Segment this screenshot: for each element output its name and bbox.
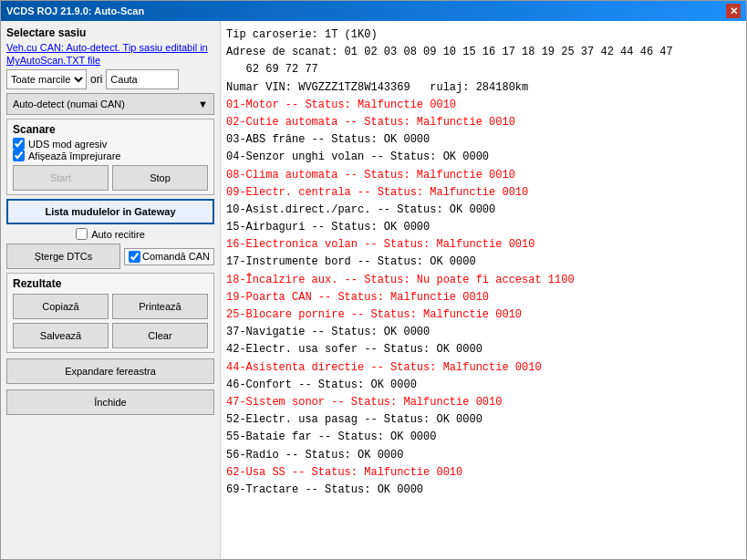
- output-line: 16-Electronica volan -- Status: Malfunct…: [226, 236, 741, 254]
- afiseaza-label: Afișează împrejurare: [28, 150, 121, 161]
- expandare-button[interactable]: Expandare fereastra: [6, 358, 214, 384]
- sterge-row: Șterge DTCs Comandă CAN: [6, 244, 214, 269]
- output-line: 01-Motor -- Status: Malfunctie 0010: [226, 97, 741, 114]
- output-line: 44-Asistenta directie -- Status: Malfunc…: [226, 359, 741, 377]
- comanda-can-label: Comandă CAN: [142, 251, 210, 262]
- output-line: 55-Bataie far -- Status: OK 0000: [226, 429, 741, 446]
- auto-detect-label: Auto-detect (numai CAN): [13, 99, 125, 109]
- output-line: Numar VIN: WVGZZZ1TZ8W143369 rulaj: 2841…: [226, 79, 741, 97]
- ori-label: ori: [90, 73, 102, 86]
- afiseaza-row: Afișează împrejurare: [13, 150, 208, 161]
- output-line: 56-Radio -- Status: OK 0000: [226, 447, 741, 464]
- output-line: Tip caroserie: 1T (1K0): [226, 26, 741, 44]
- uds-label: UDS mod agresiv: [28, 139, 107, 150]
- afiseaza-checkbox[interactable]: [13, 150, 25, 161]
- printeaza-button[interactable]: Printează: [112, 294, 208, 319]
- content-area: Selectare sasiu Veh.cu CAN: Auto-detect.…: [1, 21, 746, 559]
- output-line: 17-Instrumente bord -- Status: OK 0000: [226, 254, 741, 271]
- copiaza-printeaza-row: Copiază Printează: [13, 294, 208, 319]
- output-line: 09-Electr. centrala -- Status: Malfuncti…: [226, 184, 741, 202]
- inchide-button[interactable]: Închide: [6, 389, 214, 415]
- sterge-dtcs-button[interactable]: Șterge DTCs: [6, 244, 120, 269]
- output-line: 02-Cutie automata -- Status: Malfunctie …: [226, 114, 741, 131]
- title-bar: VCDS ROJ 21.9.0: Auto-Scan ✕: [1, 1, 746, 21]
- output-line: 46-Confort -- Status: OK 0000: [226, 377, 741, 394]
- output-line: 04-Senzor unghi volan -- Status: OK 0000: [226, 149, 741, 166]
- auto-recitire-checkbox[interactable]: [76, 228, 88, 240]
- output-line: 03-ABS frâne -- Status: OK 0000: [226, 131, 741, 149]
- output-line: 52-Electr. usa pasag -- Status: OK 0000: [226, 411, 741, 429]
- toate-marcile-select[interactable]: Toate marcile: [6, 69, 87, 89]
- output-line: 69-Tractare -- Status: OK 0000: [226, 482, 741, 499]
- output-line: 62 69 72 77: [226, 61, 741, 78]
- output-line: Adrese de scanat: 01 02 03 08 09 10 15 1…: [226, 44, 741, 61]
- output-line: 15-Airbaguri -- Status: OK 0000: [226, 219, 741, 236]
- selectare-sasiu-section: Selectare sasiu Veh.cu CAN: Auto-detect.…: [6, 26, 214, 66]
- auto-detect-button[interactable]: Auto-detect (numai CAN) ▼: [6, 93, 214, 115]
- output-line: 42-Electr. usa sofer -- Status: OK 0000: [226, 341, 741, 358]
- salveaza-button[interactable]: Salvează: [13, 323, 109, 348]
- rezultate-label: Rezultate: [13, 277, 208, 290]
- stop-button[interactable]: Stop: [112, 165, 208, 191]
- output-line: 08-Clima automata -- Status: Malfunctie …: [226, 167, 741, 184]
- salveaza-clear-row: Salvează Clear: [13, 323, 208, 348]
- comanda-can-group: Comandă CAN: [124, 248, 214, 265]
- output-line: 47-Sistem sonor -- Status: Malfunctie 00…: [226, 394, 741, 411]
- comanda-can-checkbox[interactable]: [129, 251, 140, 263]
- output-area[interactable]: Tip caroserie: 1T (1K0)Adrese de scanat:…: [221, 21, 746, 559]
- uds-checkbox[interactable]: [13, 138, 25, 150]
- start-stop-row: Start Stop: [13, 165, 208, 191]
- rezultate-section: Rezultate Copiază Printează Salvează Cle…: [6, 273, 214, 353]
- auto-recitire-row: Auto recitire: [6, 228, 214, 240]
- lista-gateway-button[interactable]: Lista mudulelor in Gateway: [6, 199, 214, 224]
- left-panel: Selectare sasiu Veh.cu CAN: Auto-detect.…: [1, 21, 220, 559]
- copiaza-button[interactable]: Copiază: [13, 294, 109, 319]
- window-title: VCDS ROJ 21.9.0: Auto-Scan: [6, 5, 144, 16]
- output-line: 37-Navigatie -- Status: OK 0000: [226, 324, 741, 341]
- scanare-section: Scanare UDS mod agresiv Afișează împreju…: [6, 119, 214, 195]
- close-button[interactable]: ✕: [726, 4, 741, 18]
- uds-row: UDS mod agresiv: [13, 138, 208, 150]
- start-button[interactable]: Start: [13, 165, 109, 191]
- output-line: 19-Poarta CAN -- Status: Malfunctie 0010: [226, 289, 741, 306]
- main-window: VCDS ROJ 21.9.0: Auto-Scan ✕ Selectare s…: [0, 0, 747, 560]
- output-line: 18-Încalzire aux. -- Status: Nu poate fi…: [226, 272, 741, 289]
- scanare-label: Scanare: [13, 123, 208, 136]
- auto-detect-chevron-icon: ▼: [198, 99, 208, 109]
- auto-recitire-label: Auto recitire: [91, 229, 145, 240]
- search-row: Toate marcile ori: [6, 69, 214, 89]
- cauta-input[interactable]: [106, 69, 179, 89]
- right-panel: Tip caroserie: 1T (1K0)Adrese de scanat:…: [220, 21, 746, 559]
- clear-button[interactable]: Clear: [112, 323, 208, 348]
- my-auto-scan-link[interactable]: MyAutoScan.TXT file: [6, 55, 214, 66]
- output-line: 25-Blocare pornire -- Status: Malfunctie…: [226, 306, 741, 324]
- veh-cu-can-link[interactable]: Veh.cu CAN: Auto-detect. Tip sasiu edita…: [6, 41, 214, 55]
- output-line: 10-Asist.direct./parc. -- Status: OK 000…: [226, 202, 741, 219]
- output-line: 62-Usa SS -- Status: Malfunctie 0010: [226, 464, 741, 482]
- selectare-sasiu-label: Selectare sasiu: [6, 26, 214, 39]
